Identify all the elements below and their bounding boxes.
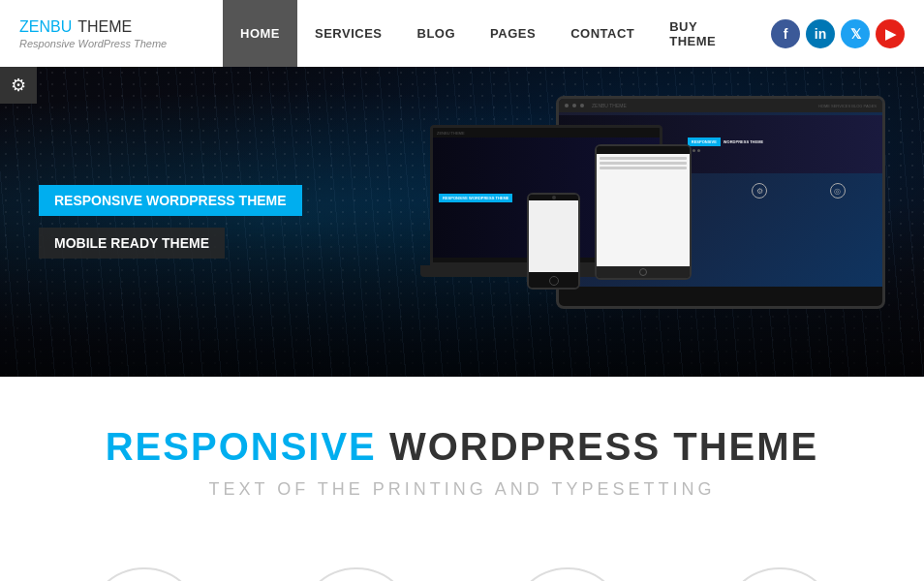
phone-screen (529, 195, 578, 272)
nav-services[interactable]: SERVICES (297, 0, 400, 67)
laptop-logo: ZENBU THEME (437, 131, 465, 136)
phone-camera (552, 196, 556, 199)
nav-contact[interactable]: CONTACT (553, 0, 652, 67)
tablet-home-circle (639, 268, 647, 276)
hero-devices: ZENBU THEME HOME SERVICES BLOG PAGES RES… (420, 86, 885, 367)
icon-item-key: 🔑 (279, 567, 434, 581)
monitor-badge: RESPONSIVE (688, 138, 721, 146)
linkedin-icon[interactable]: in (806, 19, 835, 48)
hero-badge-primary: Responsive WordPress Theme (39, 185, 302, 216)
monitor-icon-4: ◎ (830, 183, 846, 199)
content-title-dark: WORDPRESS THEME (377, 425, 818, 468)
monitor-dot-inactive (693, 149, 695, 152)
tablet-topbar (597, 146, 690, 154)
phone-content (529, 200, 578, 272)
nav-blog[interactable]: BLOG (400, 0, 474, 67)
tablet-content-block (600, 162, 687, 165)
nav-buy-theme[interactable]: BUY THEME (652, 0, 761, 67)
logo-theme: THEME (77, 18, 132, 35)
content-section: RESPONSIVE WORDPRESS THEME TEXT OF THE P… (0, 377, 924, 567)
tablet-screen (597, 146, 690, 266)
content-title: RESPONSIVE WORDPRESS THEME (39, 425, 885, 468)
content-title-blue: RESPONSIVE (106, 425, 377, 468)
monitor-topbar: ZENBU THEME HOME SERVICES BLOG PAGES (559, 99, 882, 112)
gear-button[interactable]: ⚙ (0, 67, 37, 104)
laptop-topbar: ZENBU THEME (433, 128, 660, 138)
header: ZENBUTHEME Responsive WordPress Theme HO… (0, 0, 924, 67)
nav-pages[interactable]: PAGES (473, 0, 553, 67)
monitor-dots (688, 149, 763, 152)
tablet-device (595, 144, 692, 280)
social-icons: f in 𝕏 ▶ (771, 19, 905, 48)
phone-home-button[interactable] (549, 276, 559, 286)
monitor-logo-text: ZENBU THEME (592, 103, 627, 108)
icon-item-gear: ⚙ (490, 567, 645, 581)
twitter-icon[interactable]: 𝕏 (841, 19, 870, 48)
monitor-dot (565, 104, 569, 107)
nav-home[interactable]: HOME (223, 0, 297, 67)
tablet-home-button[interactable] (597, 266, 690, 278)
monitor-dot (580, 104, 584, 107)
hero-section: Responsive WordPress Theme Mobile Ready … (0, 67, 924, 377)
icons-section: ✔ 🔑 ⚙ ◎ (0, 567, 924, 581)
logo-zenbu: ZENBU (19, 18, 72, 35)
check-circle-icon: ✔ (86, 567, 202, 581)
target-circle-icon: ◎ (722, 567, 838, 581)
monitor-dot (572, 104, 576, 107)
gear-circle-icon: ⚙ (509, 567, 626, 581)
tablet-content-block (600, 167, 687, 169)
monitor-nav-items: HOME SERVICES BLOG PAGES (818, 104, 877, 108)
main-nav: HOME SERVICES BLOG PAGES CONTACT BUY THE… (223, 0, 761, 67)
logo[interactable]: ZENBUTHEME (19, 18, 194, 36)
phone-bottom (529, 272, 578, 290)
hero-content: Responsive WordPress Theme Mobile Ready … (0, 185, 462, 259)
hero-badge-secondary: Mobile Ready Theme (39, 228, 225, 259)
content-subtitle: TEXT OF THE PRINTING AND TYPESETTING (39, 479, 885, 500)
tablet-content (597, 154, 690, 266)
icon-item-target: ◎ (702, 567, 857, 581)
tablet-content-block (600, 157, 687, 160)
icon-item-check: ✔ (67, 567, 222, 581)
monitor-theme-text: WORDPRESS THEME (724, 139, 763, 144)
logo-area: ZENBUTHEME Responsive WordPress Theme (19, 18, 194, 49)
phone-device (527, 193, 580, 290)
logo-subtitle: Responsive WordPress Theme (19, 38, 194, 49)
key-circle-icon: 🔑 (298, 567, 415, 581)
monitor-dot-inactive (697, 149, 700, 152)
youtube-icon[interactable]: ▶ (876, 19, 905, 48)
monitor-icon-3: ⚙ (752, 183, 767, 199)
facebook-icon[interactable]: f (771, 19, 800, 48)
